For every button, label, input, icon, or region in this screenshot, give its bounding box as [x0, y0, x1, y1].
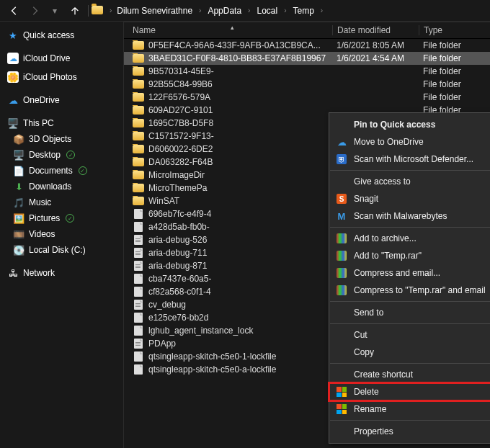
ctx-copy[interactable]: Copy	[329, 344, 490, 361]
file-name: MicroImageDir	[148, 170, 205, 180]
winrar-icon	[335, 232, 348, 245]
onedrive-icon: ☁	[335, 135, 348, 148]
sidebar-item-local-disk[interactable]: 💽Local Disk (C:)	[0, 242, 123, 258]
ctx-scan-defender[interactable]: ⛨Scan with Microsoft Defender...	[329, 151, 490, 168]
pc-icon: 🖥️	[7, 117, 19, 129]
winrar-icon	[335, 266, 348, 279]
breadcrumb[interactable]: Dilum Senevirathne› AppData› Local› Temp…	[114, 4, 325, 17]
file-icon	[133, 326, 144, 336]
ctx-pin-quick-access[interactable]: Pin to Quick access	[329, 116, 490, 133]
ctx-give-access[interactable]: Give access to〉	[329, 173, 490, 190]
sidebar-item-pictures[interactable]: 🖼️Pictures✓	[0, 210, 123, 226]
file-type: File folder	[419, 53, 490, 63]
file-icon	[133, 364, 144, 375]
objects-icon: 📦	[13, 133, 24, 145]
documents-icon: 📄	[13, 165, 24, 176]
sidebar-item-network[interactable]: 🖧Network	[0, 265, 123, 281]
file-name: 609AD27C-9101	[148, 105, 213, 115]
file-name: cv_debug	[148, 300, 186, 310]
file-row[interactable]: 3BAED31C-F0F8-4810-BB83-E37AF8B199671/6/…	[124, 52, 490, 65]
nav-sidebar: ★Quick access ☁iCloud Drive 🌼iCloud Phot…	[0, 22, 124, 448]
ctx-malwarebytes[interactable]: MScan with Malwarebytes	[329, 207, 490, 225]
folder-icon	[133, 66, 144, 76]
folder-icon	[133, 118, 144, 128]
sidebar-item-this-pc[interactable]: 🖥️This PC	[0, 115, 123, 131]
ctx-create-shortcut[interactable]: Create shortcut	[329, 366, 490, 383]
ctx-add-rar[interactable]: Add to "Temp.rar"	[329, 247, 490, 264]
folder-icon	[133, 144, 144, 154]
ctx-move-onedrive[interactable]: ☁Move to OneDrive	[329, 133, 490, 151]
file-list[interactable]: 0F5EF4CA-96A6-433F-9AFB-0A13CB9CA...1/6/…	[124, 39, 490, 376]
folder-icon	[133, 131, 144, 141]
onedrive-icon: ☁	[7, 94, 19, 106]
recent-dropdown[interactable]: ▾	[46, 2, 63, 19]
file-name: aria-debug-711	[148, 248, 207, 258]
text-file-icon	[133, 235, 144, 245]
ctx-send-to[interactable]: Send to〉	[329, 304, 490, 321]
sidebar-item-3d-objects[interactable]: 📦3D Objects	[0, 131, 123, 147]
forward-button[interactable]	[26, 2, 43, 19]
folder-icon	[133, 40, 144, 50]
ctx-properties[interactable]: Properties	[329, 423, 490, 440]
file-name: D6060022-6DE2	[148, 144, 213, 154]
ctx-rename[interactable]: Rename	[329, 400, 490, 418]
file-name: qtsingleapp-skitch-c5e0-a-lockfile	[148, 364, 276, 375]
chevron-right-icon: ›	[107, 6, 114, 14]
sidebar-item-onedrive[interactable]: ☁OneDrive	[0, 92, 123, 108]
sidebar-item-icloud-drive[interactable]: ☁iCloud Drive	[0, 50, 123, 66]
file-date: 1/6/2021 8:05 AM	[332, 40, 419, 50]
column-headers[interactable]: ▴Name Date modified Type	[124, 22, 490, 39]
sidebar-item-music[interactable]: 🎵Music	[0, 194, 123, 210]
ctx-compress-rar-email[interactable]: Compress to "Temp.rar" and email	[329, 282, 490, 299]
sidebar-item-desktop[interactable]: 🖥️Desktop✓	[0, 147, 123, 163]
ctx-add-archive[interactable]: Add to archive...	[329, 230, 490, 247]
ctx-cut[interactable]: Cut	[329, 326, 490, 344]
ctx-delete[interactable]: Delete	[329, 383, 490, 400]
desktop-icon: 🖥️	[13, 149, 24, 161]
file-type: File folder	[419, 66, 490, 76]
windows-flag-icon	[335, 403, 348, 416]
file-type: File folder	[419, 40, 490, 50]
ctx-compress-email[interactable]: Compress and email...	[329, 264, 490, 282]
sidebar-item-documents[interactable]: 📄Documents✓	[0, 163, 123, 179]
file-name: aria-debug-871	[148, 261, 207, 271]
column-date: Date modified	[332, 25, 419, 35]
icloud-photos-icon: 🌼	[7, 71, 19, 83]
up-button[interactable]	[66, 2, 84, 19]
folder-icon	[133, 92, 144, 102]
file-row[interactable]: 9B570314-45E9-File folder	[124, 65, 490, 78]
music-icon: 🎵	[13, 197, 24, 208]
file-name: WinSAT	[148, 196, 179, 206]
file-type: File folder	[419, 79, 490, 89]
file-name: 696eb7fc-e4f9-4	[148, 209, 211, 219]
sidebar-item-videos[interactable]: 🎞️Videos	[0, 226, 123, 242]
file-date: 1/6/2021 4:54 AM	[332, 53, 419, 63]
sync-ok-icon: ✓	[66, 151, 75, 159]
file-name: PDApp	[148, 339, 176, 349]
context-menu: Pin to Quick access ☁Move to OneDrive ⛨S…	[329, 112, 490, 444]
windows-flag-icon	[335, 385, 348, 398]
folder-icon	[92, 6, 103, 16]
file-icon	[133, 209, 144, 219]
icloud-drive-icon: ☁	[7, 53, 19, 64]
sidebar-item-downloads[interactable]: ⬇Downloads	[0, 179, 123, 194]
sidebar-item-quick-access[interactable]: ★Quick access	[0, 27, 123, 43]
file-row[interactable]: 92B55C84-99B6File folder	[124, 78, 490, 91]
file-row[interactable]: 122F6576-579AFile folder	[124, 91, 490, 104]
file-row[interactable]: 0F5EF4CA-96A6-433F-9AFB-0A13CB9CA...1/6/…	[124, 39, 490, 52]
column-name: ▴Name	[133, 25, 332, 35]
file-name: 0F5EF4CA-96A6-433F-9AFB-0A13CB9CA...	[148, 40, 321, 50]
file-name: 9B570314-45E9-	[148, 66, 214, 76]
file-icon	[133, 287, 144, 297]
folder-icon	[133, 196, 144, 206]
snagit-icon: S	[335, 192, 348, 205]
file-name: MicroThemePa	[148, 183, 207, 193]
file-icon	[133, 313, 144, 323]
column-type: Type	[419, 25, 490, 35]
back-button[interactable]	[6, 2, 23, 19]
folder-icon	[133, 53, 144, 63]
ctx-snagit[interactable]: SSnagit〉	[329, 190, 490, 207]
sidebar-item-icloud-photos[interactable]: 🌼iCloud Photos	[0, 69, 123, 85]
network-icon: 🖧	[7, 267, 19, 279]
text-file-icon	[133, 248, 144, 258]
